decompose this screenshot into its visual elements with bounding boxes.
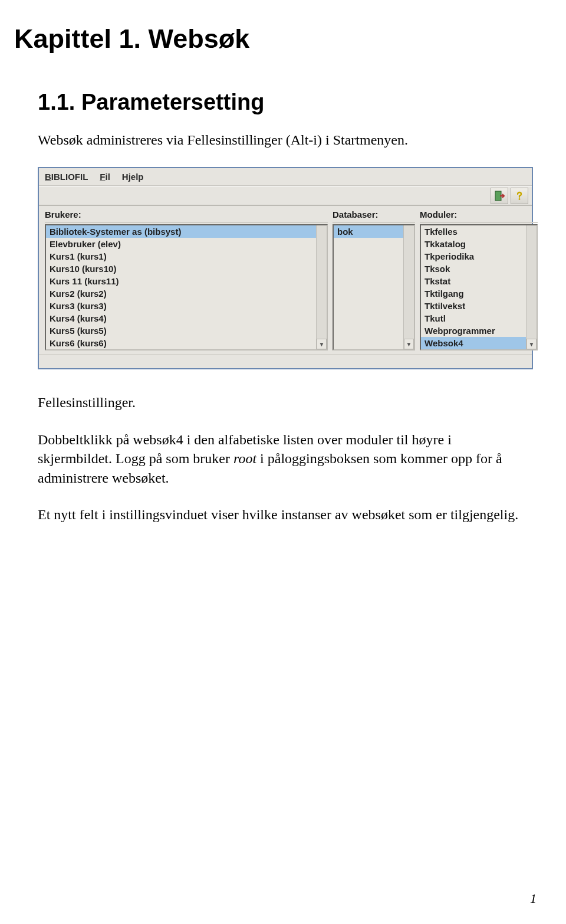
header-brukere: Brukere: <box>45 209 328 223</box>
databaser-listbox[interactable]: bok ▼ <box>333 224 415 350</box>
moduler-item[interactable]: Tkfelles <box>421 225 526 238</box>
paragraph-intro: Websøk administreres via Fellesinstillin… <box>38 130 525 149</box>
toolbar <box>39 186 532 206</box>
scrollbar[interactable]: ▼ <box>403 225 414 349</box>
page-number: 1 <box>530 891 537 906</box>
menu-mnemonic: F <box>100 172 105 182</box>
paragraph-instruction-2: Et nytt felt i instillingsvinduet viser … <box>38 505 525 524</box>
paragraph-instruction-1: Dobbeltklikk på websøk4 i den alfabetisk… <box>38 430 525 487</box>
door-exit-icon <box>494 191 505 201</box>
brukere-item[interactable]: Bibliotek-Systemer as (bibsyst) <box>46 225 316 238</box>
scroll-track[interactable] <box>404 225 414 339</box>
scroll-down-icon[interactable]: ▼ <box>404 339 414 349</box>
brukere-item[interactable]: Kurs3 (kurs3) <box>46 300 316 312</box>
screenshot-figure: BIBLIOFIL Fil Hjelp Brukere: Databaser: <box>38 167 533 369</box>
moduler-item[interactable]: Tkutl <box>421 312 526 325</box>
moduler-item[interactable]: Tktilgang <box>421 287 526 300</box>
scrollbar[interactable]: ▼ <box>526 225 537 349</box>
menubar: BIBLIOFIL Fil Hjelp <box>39 168 532 186</box>
section-title: 1.1. Parametersetting <box>38 90 542 115</box>
header-databaser: Databaser: <box>333 209 415 223</box>
moduler-listbox[interactable]: TkfellesTkkatalogTkperiodikaTksokTkstatT… <box>420 224 538 350</box>
brukere-item[interactable]: Kurs2 (kurs2) <box>46 287 316 300</box>
paragraph-caption: Fellesinstillinger. <box>38 393 525 412</box>
databaser-item[interactable]: bok <box>334 225 403 238</box>
text-fragment-italic: root <box>233 451 256 466</box>
svg-point-1 <box>519 198 521 200</box>
scroll-down-icon[interactable]: ▼ <box>317 339 327 349</box>
brukere-listbox[interactable]: Bibliotek-Systemer as (bibsyst)Elevbruke… <box>45 224 328 350</box>
scrollbar[interactable]: ▼ <box>316 225 327 349</box>
scroll-track[interactable] <box>526 225 537 339</box>
help-icon <box>514 191 525 201</box>
menu-fil[interactable]: Fil <box>100 172 110 182</box>
moduler-item[interactable]: Webprogrammer <box>421 325 526 337</box>
moduler-item[interactable]: Tksok <box>421 263 526 275</box>
chapter-title: Kapittel 1. Websøk <box>14 24 542 54</box>
help-button[interactable] <box>511 188 528 204</box>
scroll-down-icon[interactable]: ▼ <box>526 339 537 349</box>
scroll-track[interactable] <box>317 225 327 339</box>
moduler-item[interactable]: Tkkatalog <box>421 238 526 250</box>
text-fragment-emphasis: Fellesinstillinger (Alt-i) <box>187 132 322 148</box>
header-moduler: Moduler: <box>420 209 538 223</box>
brukere-item[interactable]: Kurs 11 (kurs11) <box>46 275 316 287</box>
list-row: Bibliotek-Systemer as (bibsyst)Elevbruke… <box>39 224 532 354</box>
brukere-item[interactable]: Kurs4 (kurs4) <box>46 312 316 325</box>
moduler-item[interactable]: Tkperiodika <box>421 250 526 263</box>
app-window: BIBLIOFIL Fil Hjelp Brukere: Databaser: <box>38 167 533 369</box>
text-fragment: i Startmenyen. <box>322 132 408 148</box>
menu-hjelp[interactable]: Hjelp <box>122 172 144 182</box>
brukere-item[interactable]: Kurs5 (kurs5) <box>46 325 316 337</box>
brukere-item[interactable]: Kurs6 (kurs6) <box>46 337 316 349</box>
text-fragment: Websøk administreres via <box>38 132 187 148</box>
column-headers: Brukere: Databaser: Moduler: <box>39 206 532 224</box>
menu-bibliofil[interactable]: BIBLIOFIL <box>45 172 88 182</box>
moduler-item[interactable]: Tkstat <box>421 275 526 287</box>
brukere-item[interactable]: Elevbruker (elev) <box>46 238 316 250</box>
moduler-item[interactable]: Websok4 <box>421 337 526 349</box>
brukere-item[interactable]: Kurs1 (kurs1) <box>46 250 316 263</box>
close-button[interactable] <box>491 188 508 204</box>
moduler-item[interactable]: Tktilvekst <box>421 300 526 312</box>
brukere-item[interactable]: Kurs10 (kurs10) <box>46 263 316 275</box>
menu-rest: il <box>106 172 110 182</box>
window-footer <box>39 354 532 368</box>
